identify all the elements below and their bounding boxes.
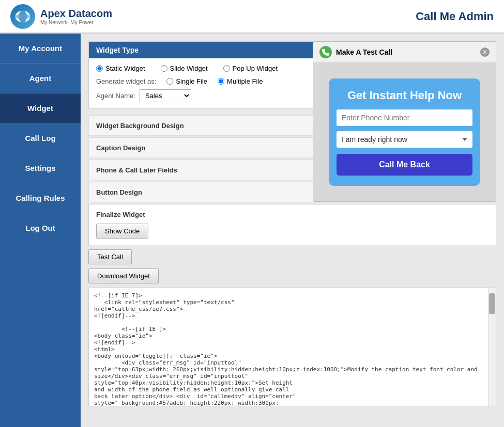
static-widget-label: Static Widget [105,65,145,72]
preview-close-button[interactable]: ✕ [480,48,490,57]
widget-card: Get Instant Help Now I am ready right no… [329,78,480,186]
slide-widget-label: Slide Widget [170,65,208,72]
widget-card-container: Get Instant Help Now I am ready right no… [313,63,496,201]
widget-preview-panel: Make A Test Call ✕ Get Instant Help Now … [313,41,496,202]
ready-select[interactable]: I am ready right now [337,131,472,148]
preview-title-row: Make A Test Call [319,46,392,58]
phone-call-later-label: Phone & Call Later Fields [96,166,177,174]
sidebar-item-agent[interactable]: Agent [0,64,81,93]
radio-multiple-file[interactable]: Multiple File [218,77,263,85]
sidebar-item-my-account[interactable]: My Account [0,34,81,64]
app-header: Apex Datacom My Network. My Power. Call … [0,0,504,34]
phone-number-input[interactable] [337,109,472,126]
logo-text: Apex Datacom My Network. My Power. [40,8,112,25]
single-file-label: Single File [176,77,207,85]
main-content: Widget Type Static Widget Slide Widget P… [81,34,504,427]
sidebar-item-widget[interactable]: Widget [0,93,81,123]
logo-icon [10,4,35,29]
popup-widget-label: Pop Up Widget [233,65,278,72]
widget-card-title: Get Instant Help Now [337,89,472,102]
sidebar: My Account Agent Widget Call Log Setting… [0,34,81,427]
finalize-title: Finalize Widget [96,211,488,218]
radio-single-file[interactable]: Single File [166,77,207,85]
sidebar-item-call-log[interactable]: Call Log [0,123,81,153]
main-layout: My Account Agent Widget Call Log Setting… [0,34,504,427]
radio-slide-widget[interactable]: Slide Widget [161,65,208,72]
agent-name-label: Agent Name: [96,92,135,100]
code-area: <!--[if IE 7]> <link rel="stylesheet" ty… [88,288,496,406]
test-call-row: Test Call You may make a test call after… [88,249,496,264]
widget-preview-header: Make A Test Call ✕ [313,42,496,63]
finalize-section: Finalize Widget Show Code [88,204,496,245]
logo-name: Apex Datacom [40,8,112,20]
scrollbar-thumb[interactable] [489,293,495,314]
preview-header-title: Make A Test Call [336,48,392,56]
logo-area: Apex Datacom My Network. My Power. [10,4,112,29]
button-design-label: Button Design [96,188,142,196]
agent-name-select[interactable]: Sales [140,89,191,102]
multiple-file-label: Multiple File [227,77,263,85]
call-me-back-button[interactable]: Call Me Back [337,154,472,176]
sidebar-item-log-out[interactable]: Log Out [0,213,81,243]
download-row: Download Widget [88,268,496,283]
svg-point-2 [16,14,30,19]
radio-static-widget[interactable]: Static Widget [96,65,145,72]
sidebar-item-calling-rules[interactable]: Calling Rules [0,183,81,213]
radio-popup-widget[interactable]: Pop Up Widget [223,65,278,72]
code-content[interactable]: <!--[if IE 7]> <link rel="stylesheet" ty… [89,288,496,406]
logo-tagline: My Network. My Power. [40,20,112,25]
show-code-button[interactable]: Show Code [96,224,148,239]
scrollbar-track [488,288,496,406]
admin-title: Call Me Admin [416,10,494,23]
widget-bg-design-label: Widget Background Design [96,122,184,130]
phone-icon [319,46,332,58]
generate-label: Generate widget as: [96,77,156,85]
sidebar-item-settings[interactable]: Settings [0,153,81,183]
download-widget-button[interactable]: Download Widget [88,268,159,283]
caption-design-label: Caption Design [96,144,145,152]
test-call-button[interactable]: Test Call [88,249,132,264]
